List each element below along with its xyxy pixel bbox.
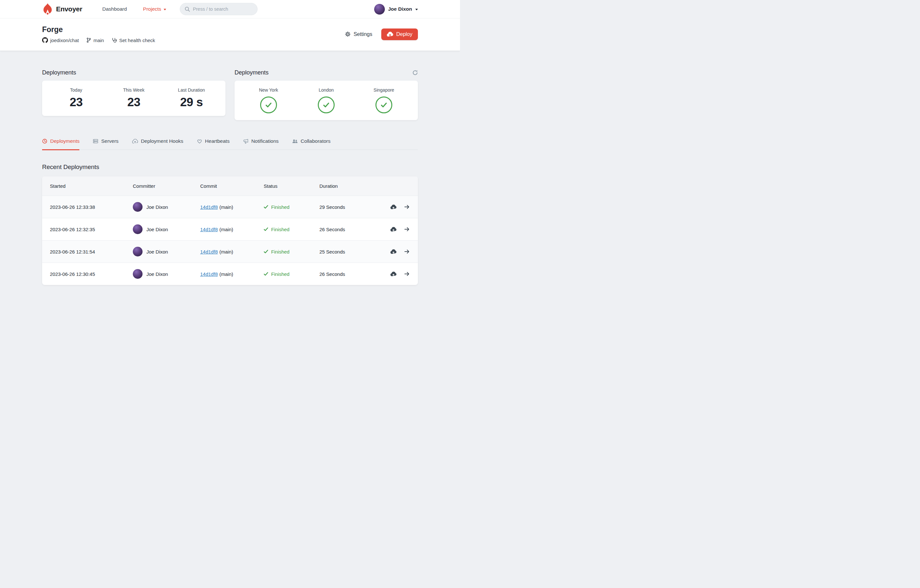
chevron-down-icon	[415, 9, 418, 10]
committer-avatar	[133, 202, 143, 212]
commit-hash-link[interactable]: 14d1df8	[200, 204, 218, 210]
server-label: London	[297, 87, 355, 93]
status-badge: Finished	[271, 204, 290, 210]
redeploy-cloud-icon[interactable]	[390, 227, 397, 232]
commit-hash-link[interactable]: 14d1df8	[200, 227, 218, 232]
stethoscope-icon	[112, 37, 117, 43]
stats-panel-title: Deployments	[42, 69, 76, 76]
tab-label: Servers	[101, 138, 118, 144]
tab-servers[interactable]: Servers	[93, 138, 118, 150]
envoyer-logo[interactable]: Envoyer	[42, 3, 82, 15]
view-deployment-arrow-icon[interactable]	[404, 227, 410, 231]
tab-label: Notifications	[251, 138, 279, 144]
search-icon	[184, 6, 190, 12]
stat-label: This Week	[105, 87, 163, 93]
project-tabs: Deployments Servers Deployment Hooks Hea…	[42, 138, 418, 150]
server-singapore: Singapore	[355, 87, 413, 113]
tab-label: Deployment Hooks	[141, 138, 183, 144]
check-icon	[265, 102, 272, 108]
refresh-icon	[412, 70, 418, 76]
nav-projects-dropdown[interactable]: Projects	[143, 6, 166, 12]
stat-value: 23	[47, 95, 105, 109]
view-deployment-arrow-icon[interactable]	[404, 271, 410, 276]
committer-name: Joe Dixon	[146, 204, 168, 210]
search-input[interactable]	[193, 6, 253, 12]
redeploy-cloud-icon[interactable]	[390, 249, 397, 254]
started-cell: 2023-06-26 12:30:45	[42, 263, 133, 285]
committer-name: Joe Dixon	[146, 271, 168, 277]
chevron-down-icon	[164, 9, 166, 10]
stat-label: Last Duration	[163, 87, 220, 93]
check-icon	[264, 205, 268, 209]
server-status-healthy	[376, 97, 392, 113]
deployment-row: 2023-06-26 12:32:35 Joe Dixon 14d1df8(ma…	[42, 218, 418, 241]
settings-label: Settings	[353, 31, 372, 37]
commit-hash-link[interactable]: 14d1df8	[200, 271, 218, 277]
stat-value: 29 s	[163, 95, 220, 109]
brand-name: Envoyer	[56, 5, 82, 13]
refresh-button[interactable]	[412, 70, 418, 76]
tab-notifications[interactable]: Notifications	[243, 138, 279, 150]
server-status-healthy	[260, 97, 277, 113]
user-name: Joe Dixon	[388, 6, 412, 12]
check-icon	[264, 227, 268, 231]
col-duration: Duration	[319, 176, 373, 196]
github-icon	[42, 37, 48, 43]
stat-this-week: This Week 23	[105, 87, 163, 109]
megaphone-icon	[243, 139, 248, 144]
server-stack-icon	[93, 139, 98, 144]
redeploy-cloud-icon[interactable]	[390, 205, 397, 210]
recent-deployments-table: Started Committer Commit Status Duration…	[42, 176, 418, 285]
deployment-stats-panel: Deployments Today 23 This Week 23 Last D…	[42, 69, 225, 120]
tab-label: Collaborators	[301, 138, 330, 144]
check-icon	[264, 250, 268, 254]
recent-deployments-title: Recent Deployments	[42, 163, 418, 171]
duration-cell: 26 Seconds	[319, 263, 373, 285]
set-health-check-link[interactable]: Set health check	[112, 37, 155, 43]
branch-indicator[interactable]: main	[86, 37, 104, 43]
deploy-button[interactable]: Deploy	[381, 29, 418, 40]
status-badge: Finished	[271, 227, 290, 232]
col-status: Status	[264, 176, 319, 196]
settings-button[interactable]: Settings	[345, 31, 372, 37]
deployment-row: 2023-06-26 12:30:45 Joe Dixon 14d1df8(ma…	[42, 263, 418, 285]
view-deployment-arrow-icon[interactable]	[404, 249, 410, 254]
user-menu[interactable]: Joe Dixon	[374, 4, 418, 15]
servers-card: New York London Singapore	[235, 81, 418, 120]
view-deployment-arrow-icon[interactable]	[404, 205, 410, 209]
nav-projects-label: Projects	[143, 6, 161, 12]
redeploy-cloud-icon[interactable]	[390, 271, 397, 276]
cloud-upload-icon	[387, 32, 393, 37]
branch-name: main	[93, 37, 104, 43]
tab-heartbeats[interactable]: Heartbeats	[197, 138, 230, 150]
status-badge: Finished	[271, 249, 290, 255]
commit-branch: (main)	[219, 227, 233, 232]
project-title: Forge	[42, 25, 155, 34]
commit-branch: (main)	[219, 204, 233, 210]
commit-hash-link[interactable]: 14d1df8	[200, 249, 218, 255]
status-badge: Finished	[271, 271, 290, 277]
set-health-check-label: Set health check	[119, 37, 155, 43]
nav-dashboard-link[interactable]: Dashboard	[102, 6, 127, 12]
repo-link[interactable]: joedixon/chat	[42, 37, 79, 43]
project-info: Forge joedixon/chat main	[42, 25, 155, 43]
project-header: Forge joedixon/chat main	[0, 18, 460, 51]
global-search[interactable]	[180, 3, 258, 15]
deploy-label: Deploy	[396, 31, 412, 37]
col-started: Started	[42, 176, 133, 196]
stat-value: 23	[105, 95, 163, 109]
tab-collaborators[interactable]: Collaborators	[292, 138, 330, 150]
col-actions	[373, 176, 418, 196]
server-status-healthy	[318, 97, 335, 113]
tab-label: Deployments	[50, 138, 79, 144]
deployments-clock-icon	[42, 139, 47, 144]
tab-deployments[interactable]: Deployments	[42, 138, 79, 150]
primary-nav: Dashboard Projects	[102, 6, 166, 12]
user-avatar	[374, 4, 385, 15]
gear-icon	[345, 31, 350, 37]
check-icon	[381, 102, 387, 108]
deployment-row: 2023-06-26 12:31:54 Joe Dixon 14d1df8(ma…	[42, 241, 418, 263]
cloud-upload-icon	[132, 139, 138, 144]
tab-deployment-hooks[interactable]: Deployment Hooks	[132, 138, 183, 150]
server-new-york: New York	[240, 87, 297, 113]
